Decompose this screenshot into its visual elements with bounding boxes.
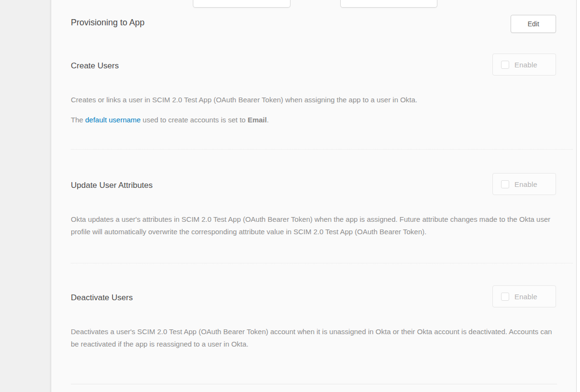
edit-button[interactable]: Edit <box>511 15 556 33</box>
enable-checkbox-deactivate-users[interactable] <box>501 293 509 301</box>
update-user-attributes-description: Okta updates a user's attributes in SCIM… <box>71 213 556 238</box>
enable-button-deactivate-users[interactable]: Enable <box>492 285 556 307</box>
cutoff-input-field-2[interactable] <box>340 0 437 8</box>
username-line-mid: used to create accounts is set to <box>141 116 247 124</box>
username-line-pre: The <box>71 116 85 124</box>
section-create-users: Enable Create Users Creates or links a u… <box>71 54 556 126</box>
cutoff-input-field-1[interactable] <box>193 0 290 8</box>
section-update-user-attributes: Enable Update User Attributes Okta updat… <box>71 173 556 238</box>
section-divider <box>71 149 573 150</box>
deactivate-users-description: Deactivates a user's SCIM 2.0 Test App (… <box>71 326 556 350</box>
next-section-top-border <box>71 384 557 384</box>
enable-checkbox-create-users[interactable] <box>501 61 509 69</box>
section-title-update-user-attributes: Update User Attributes <box>71 181 556 190</box>
provisioning-to-app-panel: Provisioning to App Edit Enable Create U… <box>51 0 577 392</box>
enable-button-create-users[interactable]: Enable <box>492 54 556 76</box>
enable-checkbox-update-user-attributes[interactable] <box>501 180 509 188</box>
create-users-description: Creates or links a user in SCIM 2.0 Test… <box>71 94 556 106</box>
left-sidebar <box>0 0 51 392</box>
enable-button-update-user-attributes[interactable]: Enable <box>492 173 556 195</box>
section-title-deactivate-users: Deactivate Users <box>71 293 556 303</box>
page-title: Provisioning to App <box>71 17 145 28</box>
default-username-value: Email <box>247 116 267 124</box>
enable-label: Enable <box>514 180 537 188</box>
section-deactivate-users: Enable Deactivate Users Deactivates a us… <box>71 285 556 350</box>
enable-label: Enable <box>514 293 537 301</box>
enable-label: Enable <box>514 61 537 69</box>
username-line-post: . <box>267 116 268 124</box>
section-divider <box>71 263 573 263</box>
create-users-username-line: The default username used to create acco… <box>71 114 556 126</box>
section-title-create-users: Create Users <box>71 61 556 71</box>
default-username-link[interactable]: default username <box>85 116 141 124</box>
